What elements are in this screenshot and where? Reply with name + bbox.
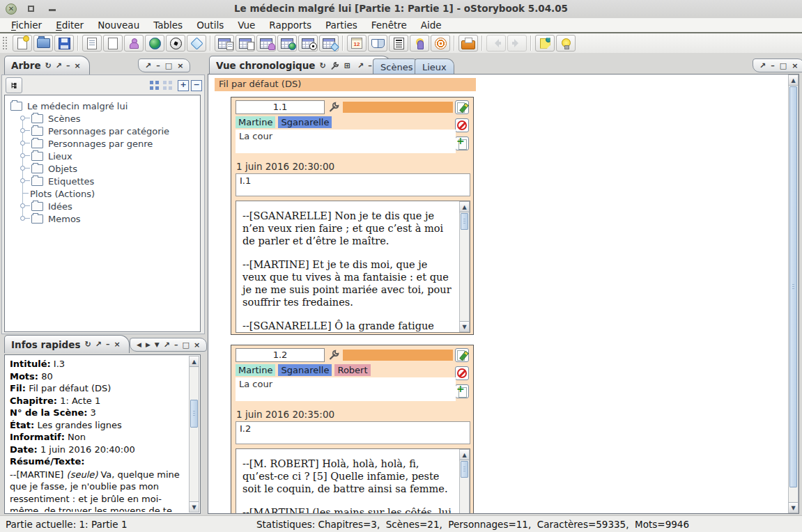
character-chip[interactable]: Robert [334, 364, 370, 376]
scrollbar-thumb[interactable] [789, 86, 797, 487]
new-location-button[interactable] [145, 35, 164, 52]
table-persons-button[interactable] [256, 35, 276, 52]
close-icon[interactable]: × [194, 341, 200, 349]
scrollbar-thumb[interactable] [461, 461, 468, 478]
character-chip[interactable]: Sganarelle [278, 364, 332, 376]
expand-handle-icon[interactable] [20, 178, 25, 183]
new-tag-button[interactable] [187, 35, 206, 52]
close-icon[interactable]: × [177, 62, 183, 70]
wrench-icon[interactable] [328, 100, 341, 113]
maximize-icon[interactable]: □ [780, 62, 787, 70]
edit-scene-button[interactable] [455, 100, 469, 114]
character-chip[interactable]: Martine [236, 116, 275, 128]
tile-layout-icon[interactable] [150, 81, 159, 90]
tree-item-idees[interactable]: Idées [10, 200, 197, 212]
scroll-down-button[interactable]: ▼ [460, 321, 469, 331]
scene-location-box[interactable]: La cour [236, 377, 456, 401]
go-forward-button[interactable] [507, 35, 527, 52]
edit-scene-button[interactable] [455, 348, 469, 362]
menu-fichier[interactable]: Fichier [4, 19, 49, 31]
options-window-icon[interactable]: ⊞ [344, 62, 350, 70]
wrench-icon[interactable] [330, 61, 340, 70]
expand-handle-icon[interactable] [20, 203, 25, 208]
close-icon[interactable]: × [114, 341, 120, 348]
expand-handle-icon[interactable] [20, 128, 25, 133]
minimize-icon[interactable]: – [174, 341, 178, 349]
minimize-icon[interactable]: – [368, 62, 372, 70]
menu-rapports[interactable]: Rapports [262, 19, 318, 31]
new-person-button[interactable] [124, 35, 144, 52]
tree-view-button[interactable] [6, 77, 22, 93]
minimize-icon[interactable]: – [771, 62, 775, 70]
scene-text-scrollbar[interactable]: ▲ ▼ [459, 449, 470, 514]
menu-fenetre[interactable]: Fenêtre [364, 19, 414, 31]
remove-scene-button[interactable] [455, 118, 469, 132]
close-icon[interactable]: × [75, 62, 81, 70]
scroll-up-button[interactable]: ▲ [789, 75, 798, 86]
minimize-icon[interactable]: – [66, 62, 70, 70]
plan-button[interactable] [389, 35, 408, 52]
ideas-button[interactable] [410, 35, 429, 52]
scroll-down-button[interactable]: ▼ [190, 501, 199, 512]
typist-mode-button[interactable] [458, 35, 478, 52]
toolbar-grip[interactable] [2, 36, 8, 50]
scrollbar-thumb[interactable] [461, 213, 468, 230]
undock-icon[interactable]: ↗ [56, 62, 62, 70]
minimize-icon[interactable]: – [156, 62, 160, 70]
open-file-button[interactable] [33, 35, 53, 52]
next-tab-icon[interactable]: ▶ [146, 342, 151, 348]
new-item-button[interactable] [166, 35, 185, 52]
undock-icon[interactable]: ↗ [145, 62, 151, 70]
tree-item-lieux[interactable]: Lieux [10, 150, 197, 162]
memoria-button[interactable] [368, 35, 387, 52]
calendar-button[interactable] [347, 35, 367, 52]
scene-text-area[interactable]: --[M. ROBERT] Holà, holà, holà, fi, qu’e… [236, 448, 470, 514]
scene-title-input[interactable]: I.2 [236, 421, 470, 444]
tab-arbre[interactable]: Arbre ↻ ↗ – × [4, 56, 90, 75]
tree-item-personnages-genre[interactable]: Personnages par genre [10, 137, 197, 150]
tab-scenes[interactable]: Scènes [373, 58, 420, 75]
menu-editer[interactable]: Editer [49, 19, 91, 31]
table-items-button[interactable] [298, 35, 318, 52]
tree-item-plots[interactable]: Plots (Actions) [10, 187, 197, 200]
tree-item-objets[interactable]: Objets [10, 162, 197, 175]
tab-lieux[interactable]: Lieux [415, 58, 454, 75]
table-tags-button[interactable] [319, 35, 339, 52]
tips-button[interactable] [556, 35, 576, 52]
refresh-icon[interactable]: ↻ [84, 341, 91, 348]
save-file-button[interactable] [54, 35, 74, 52]
tree-item-memos[interactable]: Memos [10, 212, 197, 225]
expand-handle-icon[interactable] [20, 166, 25, 171]
scroll-up-button[interactable]: ▲ [190, 357, 199, 367]
collapse-all-button[interactable]: − [191, 80, 202, 91]
scene-title-input[interactable]: I.1 [236, 173, 470, 196]
undock-icon[interactable]: ↗ [95, 341, 102, 348]
scrollbar-thumb[interactable] [190, 400, 198, 428]
refresh-icon[interactable]: ↻ [320, 62, 326, 70]
scroll-up-button[interactable]: ▲ [460, 202, 469, 212]
new-file-button[interactable] [13, 35, 32, 52]
maximize-icon[interactable]: □ [182, 341, 189, 349]
notes-button[interactable] [535, 35, 555, 52]
memos-button[interactable] [431, 35, 450, 52]
tree-item-etiquettes[interactable]: Etiquettes [10, 175, 197, 187]
scene-location-box[interactable]: La cour [236, 130, 456, 153]
expand-handle-icon[interactable] [20, 153, 25, 158]
undock-icon[interactable]: ↗ [164, 341, 170, 349]
menu-aide[interactable]: Aide [414, 19, 449, 31]
table-scenes-button[interactable] [215, 35, 234, 52]
scroll-down-button[interactable]: ▼ [789, 502, 798, 513]
add-scene-button[interactable] [455, 136, 469, 150]
tab-vue-chronologique[interactable]: Vue chronologique ↻ ⊞ ↗ – × [209, 56, 392, 75]
timeline-scrollbar[interactable]: ▲ ▼ [788, 75, 799, 513]
refresh-icon[interactable]: ↻ [45, 62, 52, 70]
prev-tab-icon[interactable]: ◀ [137, 342, 141, 348]
tree-item-personnages-categorie[interactable]: Personnages par catégorie [10, 125, 197, 137]
maximize-icon[interactable]: □ [165, 62, 172, 70]
minimize-icon[interactable]: – [106, 341, 110, 348]
add-scene-button[interactable] [455, 384, 469, 398]
expand-handle-icon[interactable] [20, 116, 25, 120]
close-icon[interactable]: × [792, 62, 798, 70]
scene-number-input[interactable]: 1.1 [236, 100, 325, 114]
scene-text-scrollbar[interactable]: ▲ ▼ [459, 201, 470, 332]
